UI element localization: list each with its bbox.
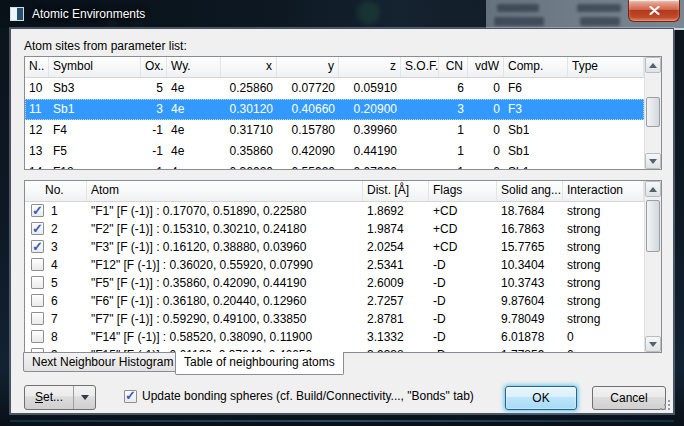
column-header-atom[interactable]: Atom [87,181,363,201]
arrow-up-icon [649,187,657,192]
neighbour-number: 5 [51,274,58,292]
column-header-comp[interactable]: Comp. [504,57,568,77]
table-row[interactable]: 2 "F2" [F (-1)] : 0.15310, 0.30210, 0.24… [25,220,644,238]
window-titlebar[interactable]: Atomic Environments [0,0,684,28]
atom-sites-table-header: N.. Symbol Ox. Wy. x y z S.O.F. CN vdW C… [25,57,661,78]
app-icon [10,7,24,21]
column-header-wy[interactable]: Wy. [167,57,221,77]
window-frame-accent [10,420,674,422]
table-row[interactable]: 14 F12 -1 4e 0.36020 0.55920 0.07990 1 0… [25,162,644,170]
neighbour-checkbox[interactable] [31,258,44,271]
neighbour-checkbox[interactable] [31,330,44,343]
column-header-symbol[interactable]: Symbol [49,57,141,77]
neighbour-number: 1 [51,202,58,220]
arrow-up-icon [649,63,657,68]
column-header-z[interactable]: z [339,57,401,77]
table-row[interactable]: 7 "F7" [F (-1)] : 0.59290, 0.49100, 0.33… [25,310,644,328]
table-row[interactable]: 1 "F1" [F (-1)] : 0.17070, 0.51890, 0.22… [25,202,644,220]
sites-list-label: Atom sites from parameter list: [24,39,187,53]
neighbour-checkbox[interactable] [31,204,44,217]
neighbours-scrollbar[interactable] [644,181,661,352]
neighbour-checkbox[interactable] [31,240,44,253]
table-row[interactable]: 5 "F5" [F (-1)] : 0.35860, 0.42090, 0.44… [25,274,644,292]
atomic-environments-dialog: Atom sites from parameter list: N.. Symb… [10,28,674,414]
close-button[interactable] [628,0,680,22]
neighbour-checkbox[interactable] [31,312,44,325]
table-row[interactable]: 11 Sb1 3 4e 0.30120 0.40660 0.20900 3 0 … [25,99,644,120]
neighbour-number: 2 [51,220,58,238]
atom-sites-table: N.. Symbol Ox. Wy. x y z S.O.F. CN vdW C… [24,56,662,170]
neighbour-checkbox[interactable] [31,222,44,235]
table-row[interactable]: 6 "F6" [F (-1)] : 0.36180, 0.20440, 0.12… [25,292,644,310]
column-header-vdw[interactable]: vdW [468,57,504,77]
column-header-ox[interactable]: Ox. [141,57,167,77]
update-bonding-spheres-checkbox[interactable] [124,390,137,403]
neighbour-number: 7 [51,310,58,328]
scrollbar-down-button[interactable] [645,336,661,352]
column-header-interaction[interactable]: Interaction [563,181,644,201]
column-header-no[interactable]: No. [25,181,87,201]
chevron-down-icon [81,395,89,400]
tab-next-neighbour-histogram[interactable]: Next Neighbour Histogram [23,352,182,372]
scrollbar-up-button[interactable] [645,181,661,197]
column-header-n[interactable]: N.. [25,57,49,77]
arrow-down-icon [649,159,657,164]
table-row[interactable]: 4 "F12" [F (-1)] : 0.36020, 0.55920, 0.0… [25,256,644,274]
scrollbar-up-button[interactable] [645,57,661,73]
scrollbar-thumb[interactable] [646,200,660,252]
table-row[interactable]: 3 "F3" [F (-1)] : 0.16120, 0.38880, 0.03… [25,238,644,256]
scrollbar-thumb[interactable] [646,97,660,127]
set-button-label[interactable]: Set... [25,386,73,409]
window-title: Atomic Environments [32,0,145,28]
column-header-type[interactable]: Type [568,57,644,77]
neighbour-checkbox[interactable] [31,294,44,307]
column-header-x[interactable]: x [221,57,277,77]
table-row[interactable]: 13 F5 -1 4e 0.35860 0.42090 0.44190 1 0 … [25,141,644,162]
neighbour-number: 8 [51,328,58,346]
column-header-sof[interactable]: S.O.F. [401,57,439,77]
neighbour-checkbox[interactable] [31,276,44,289]
atom-sites-scrollbar[interactable] [644,57,661,169]
column-header-cn[interactable]: CN [439,57,468,77]
scrollbar-down-button[interactable] [645,153,661,169]
neighbours-table-header: No. Atom Dist. [Å] Flags Solid ang... In… [25,181,661,202]
table-row[interactable]: 8 "F14" [F (-1)] : 0.58520, 0.38090, 0.1… [25,328,644,346]
neighbouring-atoms-table: No. Atom Dist. [Å] Flags Solid ang... In… [24,180,662,353]
neighbour-number: 6 [51,292,58,310]
cancel-button[interactable]: Cancel [592,386,666,410]
update-bonding-spheres-label: Update bonding spheres (cf. Build/Connec… [142,386,474,407]
neighbours-rows: 1 "F1" [F (-1)] : 0.17070, 0.51890, 0.22… [25,202,661,353]
neighbour-number: 3 [51,238,58,256]
arrow-down-icon [649,342,657,347]
atom-sites-rows: 10 Sb3 5 4e 0.25860 0.07720 0.05910 6 0 … [25,78,661,170]
neighbour-number: 4 [51,256,58,274]
table-row[interactable]: 12 F4 -1 4e 0.31710 0.15780 0.39960 1 0 … [25,120,644,141]
column-header-solid-angle[interactable]: Solid ang... [497,181,563,201]
tab-table-of-neighbouring-atoms[interactable]: Table of neighbouring atoms [175,352,344,375]
set-split-button[interactable]: Set... [24,385,96,410]
set-dropdown-arrow[interactable] [73,386,95,409]
ok-button[interactable]: OK [505,386,577,410]
column-header-flags[interactable]: Flags [429,181,497,201]
column-header-dist[interactable]: Dist. [Å] [363,181,429,201]
close-icon [649,6,660,15]
resize-grip-icon[interactable] [658,398,670,410]
column-header-y[interactable]: y [277,57,339,77]
table-row[interactable]: 10 Sb3 5 4e 0.25860 0.07720 0.05910 6 0 … [25,78,644,99]
